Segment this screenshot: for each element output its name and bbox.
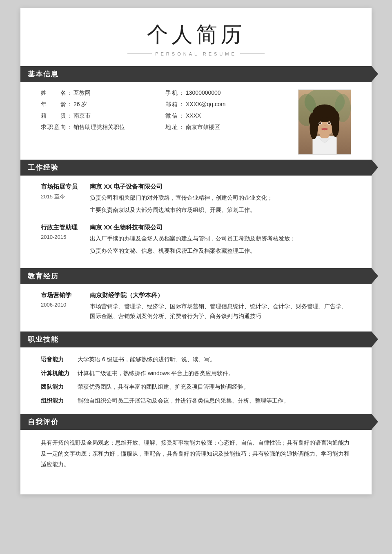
job-date-1: 2015-至今	[41, 193, 90, 200]
job-desc-1-line-1: 负责公司和相关部门的对外联络，宣传企业精神，创建公司的企业文化；	[90, 193, 351, 203]
edu-date-1: 2006-2010	[41, 302, 90, 308]
section-title-education: 教育经历	[28, 271, 59, 281]
info-label-email: 邮箱：	[165, 101, 186, 108]
basic-info-right: 手机： 13000000000 邮箱： XXXX@qq.com 微信： XXXX…	[165, 89, 290, 135]
svg-point-11	[310, 117, 318, 139]
section-header-skills: 职业技能	[20, 332, 372, 347]
section-title-work: 工作经验	[28, 163, 59, 172]
resume-page: 个人简历 PERSONAL RESUME 基本信息 姓 名： 互教网 年 龄： …	[20, 8, 372, 494]
title-deco-line-right	[240, 53, 265, 53]
section-arrow-work	[372, 160, 378, 175]
job-company-1: 南京 XX 电子设备有限公司	[90, 183, 163, 191]
info-label-wechat: 微信：	[165, 112, 186, 120]
skill-label-2: 计算机能力	[41, 370, 78, 377]
info-wechat: 微信： XXXX	[165, 112, 290, 120]
svg-point-16	[328, 122, 330, 124]
info-phone: 手机： 13000000000	[165, 89, 290, 97]
resume-subtitle: PERSONAL RESUME	[155, 51, 237, 56]
work-body: 市场拓展专员 南京 XX 电子设备有限公司 2015-至今 负责公司和相关部门的…	[41, 183, 351, 268]
info-value-name: 互教网	[74, 89, 91, 97]
job-title-row-2: 行政主管助理 南京 XX 生物科技有限公司	[41, 224, 351, 231]
title-area: 个人简历 PERSONAL RESUME	[41, 20, 351, 56]
info-age: 年 龄： 26 岁	[41, 101, 165, 108]
info-origin: 籍 贯： 南京市	[41, 112, 165, 120]
info-email: 邮箱： XXXX@qq.com	[165, 101, 290, 108]
skill-label-1: 语音能力	[41, 356, 78, 363]
svg-point-10	[313, 106, 336, 118]
section-arrow-education	[372, 268, 378, 284]
skill-item-2: 计算机能力 计算机二级证书，熟练操作 windows 平台上的各类应用软件。	[41, 369, 351, 378]
info-label-address: 地址：	[165, 124, 186, 131]
job-entry-2: 行政主管助理 南京 XX 生物科技有限公司 2010-2015 出入厂手续的办理…	[41, 224, 351, 259]
skill-label-4: 组织能力	[41, 397, 78, 405]
info-label-age: 年 龄：	[41, 101, 74, 108]
svg-point-12	[332, 117, 339, 137]
job-title-row-1: 市场拓展专员 南京 XX 电子设备有限公司	[41, 183, 351, 191]
info-value-wechat: XXXX	[186, 112, 201, 119]
self-eval-body: 具有开拓的视野及全局观念；思维开放、理解、接受新事物能力较强；心态好、自信、自律…	[41, 437, 351, 478]
job-desc-1: 负责公司和相关部门的对外联络，宣传企业精神，创建公司的企业文化； 主要负责南京以…	[90, 193, 351, 218]
info-label-phone: 手机：	[165, 89, 186, 97]
edu-title-row-1: 市场营销学 南京财经学院（大学本科）	[41, 291, 351, 299]
info-value-address: 南京市鼓楼区	[186, 124, 220, 131]
skill-item-4: 组织能力 能独自组织公司员工开展活动及会议，并进行各类信息的采集、分析、整理等工…	[41, 396, 351, 406]
edu-date-row-1: 2006-2010 市场营销学、管理学、经济学、国际市场营销、管理信息统计、统计…	[41, 302, 351, 322]
profile-photo	[298, 89, 351, 155]
basic-info-body: 姓 名： 互教网 年 龄： 26 岁 籍 贯： 南京市 求职意向： 销售助理类相…	[41, 89, 351, 160]
job-date-row-2: 2010-2015 出入厂手续的办理及全场人员档案的建立与管制，公司员工考勤及薪…	[41, 234, 351, 259]
job-date-row-1: 2015-至今 负责公司和相关部门的对外联络，宣传企业精神，创建公司的企业文化；…	[41, 193, 351, 218]
info-value-age: 26 岁	[74, 101, 87, 108]
job-desc-1-line-2: 主要负责南京以及大部分周边城市的市场组织、开展、策划工作。	[90, 205, 351, 215]
section-title-skills: 职业技能	[28, 335, 59, 344]
education-body: 市场营销学 南京财经学院（大学本科） 2006-2010 市场营销学、管理学、经…	[41, 291, 351, 332]
skill-desc-3: 荣获优秀团队，具有丰富的团队组建、扩充及项目管理与协调经验。	[78, 382, 351, 392]
skills-body: 语音能力 大学英语 6 级证书，能够熟练的进行听、说、读、写。 计算机能力 计算…	[41, 355, 351, 414]
job-date-2: 2010-2015	[41, 234, 90, 240]
section-arrow-basic	[372, 66, 378, 82]
info-label-intent: 求职意向：	[41, 124, 74, 131]
svg-point-15	[319, 122, 321, 124]
edu-school-1: 南京财经学院（大学本科）	[90, 291, 163, 299]
info-value-phone: 13000000000	[186, 89, 221, 96]
info-name: 姓 名： 互教网	[41, 89, 165, 97]
job-title-1: 市场拓展专员	[41, 183, 90, 191]
section-arrow-skills	[372, 332, 378, 347]
edu-entry-1: 市场营销学 南京财经学院（大学本科） 2006-2010 市场营销学、管理学、经…	[41, 291, 351, 322]
resume-title: 个人简历	[41, 20, 351, 49]
skill-item-1: 语音能力 大学英语 6 级证书，能够熟练的进行听、说、读、写。	[41, 355, 351, 365]
info-value-email: XXXX@qq.com	[186, 101, 225, 107]
section-header-work: 工作经验	[20, 160, 372, 176]
skill-label-3: 团队能力	[41, 383, 78, 391]
section-header-self-eval: 自我评价	[20, 414, 372, 430]
basic-info-left: 姓 名： 互教网 年 龄： 26 岁 籍 贯： 南京市 求职意向： 销售助理类相…	[41, 89, 165, 135]
section-header-basic: 基本信息	[20, 66, 372, 82]
info-label-name: 姓 名：	[41, 89, 74, 97]
basic-info-row: 姓 名： 互教网 年 龄： 26 岁 籍 贯： 南京市 求职意向： 销售助理类相…	[41, 89, 351, 155]
job-desc-2: 出入厂手续的办理及全场人员档案的建立与管制，公司员工考勤及薪资考核发放； 负责办…	[90, 234, 351, 259]
section-title-self-eval: 自我评价	[28, 417, 59, 427]
edu-major-1: 市场营销学	[41, 291, 90, 299]
skill-item-3: 团队能力 荣获优秀团队，具有丰富的团队组建、扩充及项目管理与协调经验。	[41, 382, 351, 392]
info-value-origin: 南京市	[74, 112, 91, 120]
job-title-2: 行政主管助理	[41, 224, 90, 231]
info-label-origin: 籍 贯：	[41, 112, 74, 120]
title-decoration: PERSONAL RESUME	[41, 50, 351, 56]
info-intent: 求职意向： 销售助理类相关职位	[41, 124, 165, 131]
job-desc-2-line-2: 负责办公室的文秘、信息、机要和保密工作及档案收藏整理工作。	[90, 246, 351, 256]
section-arrow-self-eval	[372, 414, 378, 429]
skill-desc-1: 大学英语 6 级证书，能够熟练的进行听、说、读、写。	[78, 355, 351, 365]
self-eval-text: 具有开拓的视野及全局观念；思维开放、理解、接受新事物能力较强；心态好、自信、自律…	[41, 437, 351, 474]
title-deco-line-left	[127, 53, 152, 53]
skill-desc-4: 能独自组织公司员工开展活动及会议，并进行各类信息的采集、分析、整理等工作。	[78, 396, 351, 406]
skill-desc-2: 计算机二级证书，熟练操作 windows 平台上的各类应用软件。	[78, 369, 351, 378]
job-entry-1: 市场拓展专员 南京 XX 电子设备有限公司 2015-至今 负责公司和相关部门的…	[41, 183, 351, 218]
edu-desc-1: 市场营销学、管理学、经济学、国际市场营销、管理信息统计、统计学、会计学、财务管理…	[90, 302, 351, 322]
info-address: 地址： 南京市鼓楼区	[165, 124, 290, 131]
section-header-education: 教育经历	[20, 268, 372, 284]
job-desc-2-line-1: 出入厂手续的办理及全场人员档案的建立与管制，公司员工考勤及薪资考核发放；	[90, 234, 351, 244]
job-company-2: 南京 XX 生物科技有限公司	[90, 224, 163, 231]
info-value-intent: 销售助理类相关职位	[74, 124, 125, 131]
section-title-basic: 基本信息	[28, 69, 59, 79]
